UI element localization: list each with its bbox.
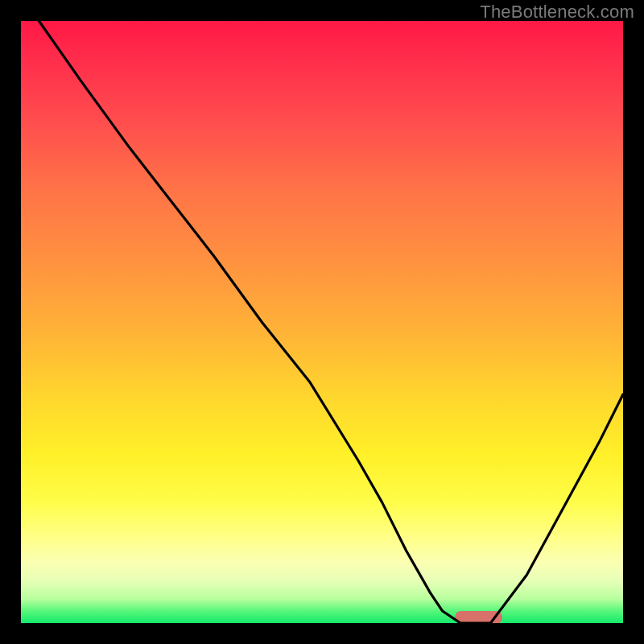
bottleneck-curve bbox=[21, 21, 623, 623]
plot-area bbox=[21, 21, 623, 623]
chart-container: TheBottleneck.com bbox=[0, 0, 644, 644]
watermark-text: TheBottleneck.com bbox=[480, 2, 634, 23]
